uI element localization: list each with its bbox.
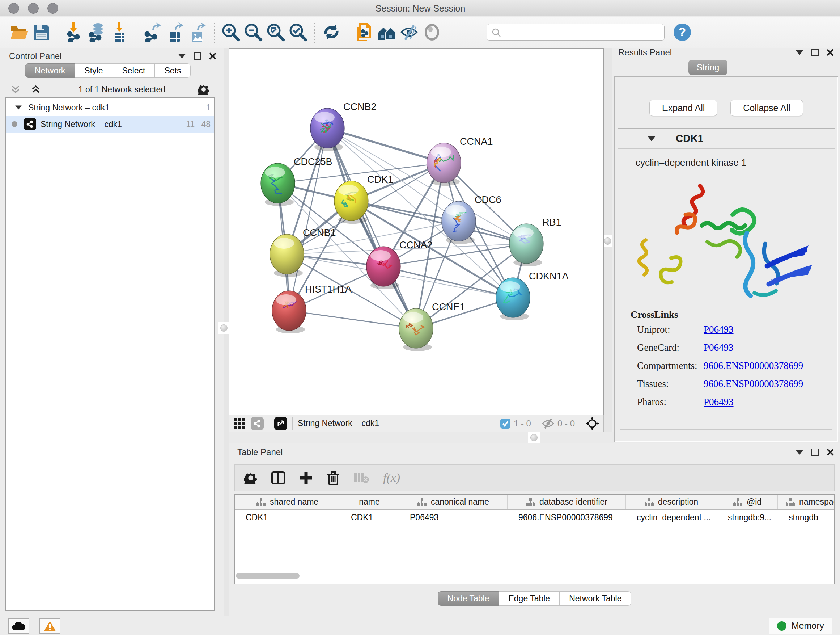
column-header-shared-name[interactable]: shared name: [235, 494, 340, 509]
edge-CCNB2-CCNA1[interactable]: [327, 128, 444, 163]
column-header-description[interactable]: description: [626, 494, 717, 509]
crosslink-link[interactable]: P06493: [704, 342, 734, 353]
open-session-icon[interactable]: [8, 21, 30, 43]
panel-float-icon[interactable]: [194, 52, 201, 60]
hide-selected-eye-icon[interactable]: [398, 21, 421, 43]
column-header-name[interactable]: name: [340, 494, 399, 509]
zoom-fit-icon[interactable]: [264, 21, 287, 43]
panel-float-icon[interactable]: [812, 448, 819, 456]
clone-network-icon[interactable]: [354, 21, 376, 43]
table-row[interactable]: CDK1CDK1P064939606.ENSP00000378699cyclin…: [235, 510, 834, 525]
zoom-in-icon[interactable]: [219, 21, 242, 43]
tab-style[interactable]: Style: [75, 63, 112, 78]
detach-view-icon[interactable]: [274, 417, 287, 430]
delete-table-icon[interactable]: [354, 472, 369, 484]
crosslink-link[interactable]: P06493: [704, 396, 734, 408]
toolbar-separator: [214, 22, 215, 43]
network-row[interactable]: String Network – cdk1 11 48: [6, 116, 214, 133]
cell-shared-name[interactable]: CDK1: [235, 510, 340, 525]
node-CDKN1A[interactable]: CDKN1A: [496, 271, 569, 320]
cell-canonical-name[interactable]: P06493: [399, 510, 508, 525]
edge-CCNB2-CCNE1[interactable]: [327, 128, 416, 328]
horizontal-splitter-handle[interactable]: [528, 432, 540, 444]
panel-menu-icon[interactable]: [178, 54, 186, 59]
crosslink-link[interactable]: P06493: [704, 324, 734, 335]
delete-column-icon[interactable]: [327, 470, 340, 485]
memory-button[interactable]: Memory: [769, 618, 832, 634]
edge-HIST1H1A-CCNE1[interactable]: [289, 310, 416, 328]
cell-name[interactable]: CDK1: [340, 510, 399, 525]
collection-expander-icon[interactable]: [15, 105, 22, 109]
cell-namespace[interactable]: stringdb: [778, 510, 835, 525]
selected-checkbox-icon[interactable]: [500, 418, 511, 429]
tab-string[interactable]: String: [688, 60, 728, 75]
network-collection-row[interactable]: String Network – cdk1 1: [6, 99, 214, 116]
cell-database-identifier[interactable]: 9606.ENSP00000378699: [508, 510, 626, 525]
collapse-all-icon[interactable]: [11, 85, 21, 94]
table-options-gear-icon[interactable]: [244, 471, 257, 485]
import-table-icon[interactable]: [108, 21, 131, 43]
column-header-canonical-name[interactable]: canonical name: [399, 494, 508, 509]
expand-all-icon[interactable]: [31, 85, 41, 94]
show-columns-icon[interactable]: [271, 470, 286, 485]
grid-view-icon[interactable]: [233, 417, 246, 430]
tab-select[interactable]: Select: [113, 63, 155, 78]
tab-node-table[interactable]: Node Table: [438, 591, 499, 606]
table-horizontal-scrollbar[interactable]: [236, 573, 300, 578]
tab-edge-table[interactable]: Edge Table: [499, 591, 560, 606]
function-builder-icon[interactable]: f(x): [383, 471, 400, 485]
cloud-button[interactable]: [8, 618, 29, 633]
tab-network-table[interactable]: Network Table: [560, 591, 631, 606]
import-network-from-database-icon[interactable]: [86, 21, 108, 43]
panel-close-icon[interactable]: [827, 49, 834, 56]
export-image-icon[interactable]: [186, 21, 209, 43]
search-input[interactable]: [486, 24, 665, 41]
cell-@id[interactable]: stringdb:9...: [717, 510, 778, 525]
node-CCNB2[interactable]: CCNB2: [310, 101, 377, 151]
show-all-eye-icon[interactable]: [421, 21, 443, 43]
export-table-icon[interactable]: [164, 21, 186, 43]
hidden-eye-icon[interactable]: [542, 418, 554, 429]
panel-close-icon[interactable]: [209, 52, 216, 60]
cell-description[interactable]: cyclin–dependent ...: [626, 510, 717, 525]
crosslink-link[interactable]: 9606.ENSP00000378699: [704, 378, 803, 390]
panel-close-icon[interactable]: [827, 448, 834, 456]
node-label-CCNA2: CCNA2: [399, 240, 433, 250]
export-network-icon[interactable]: [141, 21, 164, 43]
gene-expander-icon[interactable]: [647, 136, 655, 141]
column-header-database-identifier[interactable]: database identifier: [508, 494, 626, 509]
import-network-icon[interactable]: [63, 21, 86, 43]
warnings-button[interactable]: [39, 618, 60, 633]
column-header-namespace[interactable]: namespace: [778, 494, 835, 509]
panel-menu-icon[interactable]: [796, 450, 804, 455]
panel-menu-icon[interactable]: [796, 50, 804, 55]
string-view-icon[interactable]: [251, 417, 264, 430]
crosslink-link[interactable]: 9606.ENSP00000378699: [704, 360, 803, 371]
add-column-icon[interactable]: [299, 471, 313, 485]
memory-label: Memory: [791, 621, 824, 631]
zoom-out-icon[interactable]: [242, 21, 264, 43]
column-header-@id[interactable]: @id: [717, 494, 778, 509]
left-splitter-handle[interactable]: [218, 322, 230, 334]
network-view-canvas[interactable]: CCNB2CCNA1CDC25BCDK1CDC6RB1CCNB1CCNA2CDK…: [229, 48, 604, 415]
crosslink-label: Uniprot:: [637, 324, 704, 335]
svg-text:?: ?: [679, 25, 686, 39]
save-session-icon[interactable]: [30, 21, 52, 43]
gene-header[interactable]: CDK1: [618, 128, 835, 149]
help-icon[interactable]: ?: [671, 21, 693, 43]
node-CCNE1[interactable]: CCNE1: [399, 302, 465, 351]
panel-float-icon[interactable]: [812, 49, 819, 56]
home-icon[interactable]: [376, 21, 398, 43]
node-CDC6[interactable]: CDC6: [442, 195, 501, 244]
fit-selected-crosshair-icon[interactable]: [585, 417, 599, 431]
node-RB1[interactable]: RB1: [509, 217, 561, 266]
collapse-all-button[interactable]: Collapse All: [730, 100, 803, 116]
node-HIST1H1A[interactable]: HIST1H1A: [272, 284, 352, 333]
tab-network[interactable]: Network: [25, 63, 75, 78]
zoom-selected-icon[interactable]: [287, 21, 309, 43]
tab-sets[interactable]: Sets: [155, 63, 191, 78]
edge-CCNB2-HIST1H1A[interactable]: [289, 128, 327, 310]
network-options-gear-icon[interactable]: [198, 84, 210, 95]
expand-all-button[interactable]: Expand All: [649, 100, 717, 116]
apply-layout-icon[interactable]: [320, 21, 343, 43]
